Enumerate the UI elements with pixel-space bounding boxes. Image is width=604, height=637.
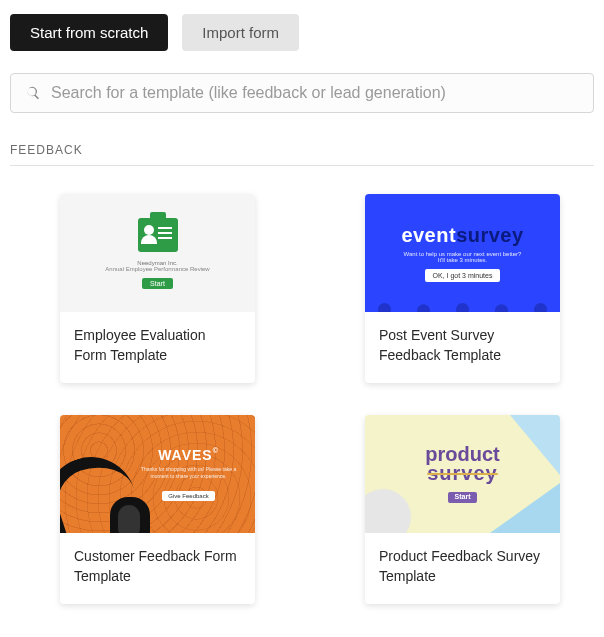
triangle-shape-icon bbox=[510, 415, 560, 475]
template-card-product-feedback[interactable]: product survey Start Product Feedback Su… bbox=[365, 415, 560, 604]
preview-logo: WAVES© bbox=[132, 447, 245, 463]
triangle-shape-icon bbox=[490, 483, 560, 533]
section-heading-feedback: FEEDBACK bbox=[10, 143, 594, 166]
crowd-silhouette-icon bbox=[365, 288, 560, 312]
template-thumbnail: eventsurvey Want to help us make our nex… bbox=[365, 194, 560, 312]
top-button-row: Start from scratch Import form bbox=[10, 14, 594, 51]
preview-logo: product survey Start bbox=[425, 445, 499, 503]
search-input[interactable] bbox=[51, 84, 579, 102]
start-from-scratch-button[interactable]: Start from scratch bbox=[10, 14, 168, 51]
search-field-wrapper[interactable] bbox=[10, 73, 594, 113]
template-title: Post Event Survey Feedback Template bbox=[365, 312, 560, 383]
clipboard-person-icon bbox=[138, 218, 178, 252]
preview-subtitle-text: Annual Employee Performance Review bbox=[105, 266, 209, 272]
template-thumbnail: Needyman Inc. Annual Employee Performanc… bbox=[60, 194, 255, 312]
search-icon bbox=[25, 85, 41, 101]
import-form-button[interactable]: Import form bbox=[182, 14, 299, 51]
template-title: Product Feedback Survey Template bbox=[365, 533, 560, 604]
preview-cta: OK, I got 3 minutes bbox=[425, 269, 501, 282]
template-title: Employee Evaluation Form Template bbox=[60, 312, 255, 383]
preview-line2: It'll take 3 minutes. bbox=[438, 257, 488, 263]
template-title: Customer Feedback Form Template bbox=[60, 533, 255, 604]
template-card-employee-evaluation[interactable]: Needyman Inc. Annual Employee Performanc… bbox=[60, 194, 255, 383]
preview-logo: eventsurvey bbox=[401, 224, 523, 247]
template-thumbnail: product survey Start bbox=[365, 415, 560, 533]
preview-cta: Start bbox=[448, 492, 478, 503]
template-thumbnail: WAVES© Thanks for shopping with us! Plea… bbox=[60, 415, 255, 533]
template-card-customer-feedback[interactable]: WAVES© Thanks for shopping with us! Plea… bbox=[60, 415, 255, 604]
bottle-shape-icon bbox=[365, 483, 417, 533]
preview-cta: Start bbox=[142, 278, 173, 289]
template-card-post-event-survey[interactable]: eventsurvey Want to help us make our nex… bbox=[365, 194, 560, 383]
template-grid: Needyman Inc. Annual Employee Performanc… bbox=[10, 194, 594, 604]
preview-subtitle: Thanks for shopping with us! Please take… bbox=[132, 466, 245, 479]
preview-cta: Give Feedback bbox=[162, 491, 214, 501]
